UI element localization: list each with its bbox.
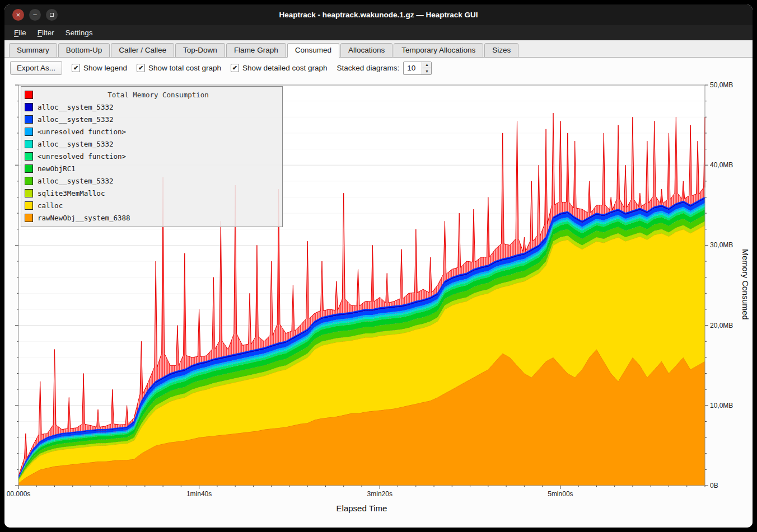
window-title: Heaptrack - heaptrack.wakunode.1.gz — He… (279, 11, 478, 19)
spin-up-icon: ▲ (425, 63, 429, 67)
tab-flame-graph[interactable]: Flame Graph (226, 43, 286, 58)
spinbox-buttons: ▲ ▼ (422, 62, 431, 74)
toolbar-checkboxes: ✔Show legend✔Show total cost graph✔Show … (72, 64, 328, 72)
y-axis-title: Memory Consumed (741, 249, 750, 320)
legend-color-swatch (25, 201, 33, 210)
legend-item-label: alloc__system_5332 (38, 115, 113, 124)
legend-color-swatch (25, 128, 33, 136)
tab-consumed[interactable]: Consumed (287, 43, 339, 58)
tabbar: SummaryBottom-UpCaller / CalleeTop-DownF… (4, 40, 753, 58)
export-as-button[interactable]: Export As... (10, 61, 62, 75)
svg-text:5min00s: 5min00s (548, 490, 573, 498)
close-icon: × (16, 11, 21, 18)
legend-item: <unresolved function> (22, 125, 279, 138)
maximize-icon (50, 13, 54, 17)
x-axis-title: Elapsed Time (337, 503, 387, 513)
tab-caller-callee[interactable]: Caller / Callee (111, 43, 174, 58)
spin-down-button[interactable]: ▼ (422, 68, 431, 74)
tab-summary[interactable]: Summary (9, 43, 57, 58)
legend-title-row: Total Memory Consumption (22, 88, 279, 101)
legend-item-label: rawNewObj__system_6388 (38, 214, 130, 222)
legend-item: alloc__system_5332 (22, 175, 279, 187)
stacked-diagrams-group: Stacked diagrams: 10 ▲ ▼ (337, 62, 432, 75)
legend-title: Total Memory Consumption (38, 91, 279, 99)
legend-item-label: alloc__system_5332 (38, 177, 113, 185)
menu-filter[interactable]: Filter (32, 27, 59, 39)
legend-color-swatch (25, 152, 33, 161)
tab-sizes[interactable]: Sizes (484, 43, 518, 58)
toolbar: Export As... ✔Show legend✔Show total cos… (4, 58, 753, 78)
checkbox-label: Show total cost graph (148, 64, 221, 72)
legend-color-swatch (25, 177, 33, 185)
legend-color-swatch (25, 214, 33, 222)
x-tick-labels: 00.000s1min40s3min20s5min00s (7, 490, 573, 498)
svg-text:3min20s: 3min20s (367, 490, 392, 498)
legend-item: alloc__system_5332 (22, 113, 279, 125)
chart-area: 0B10,0MB20,0MB30,0MB40,0MB50,0MB00.000s1… (4, 78, 753, 528)
menubar: FileFilterSettings (4, 25, 753, 40)
tab-top-down[interactable]: Top-Down (175, 43, 225, 58)
svg-text:50,0MB: 50,0MB (710, 81, 733, 89)
y-tick-labels: 0B10,0MB20,0MB30,0MB40,0MB50,0MB (710, 81, 733, 489)
checkbox-label: Show legend (83, 64, 127, 72)
legend-item: sqlite3MemMalloc (22, 187, 279, 199)
legend-item-label: <unresolved function> (38, 128, 126, 136)
legend-item-label: <unresolved function> (38, 152, 126, 161)
checkbox-check-icon: ✔ (231, 64, 239, 72)
legend-item: <unresolved function> (22, 150, 279, 162)
legend-item-label: sqlite3MemMalloc (38, 189, 105, 197)
chart-legend: Total Memory Consumptionalloc__system_53… (21, 86, 283, 227)
legend-item-label: newObjRC1 (38, 164, 76, 173)
titlebar: ×− Heaptrack - heaptrack.wakunode.1.gz —… (4, 4, 753, 25)
minimize-icon: − (33, 11, 38, 18)
legend-color-swatch (25, 140, 33, 148)
legend-color-swatch (25, 103, 33, 111)
svg-text:0B: 0B (710, 482, 718, 489)
legend-color-swatch (25, 115, 33, 124)
legend-item-label: calloc (38, 201, 63, 210)
stacked-diagrams-label: Stacked diagrams: (337, 64, 400, 72)
menu-file[interactable]: File (9, 27, 31, 39)
svg-text:20,0MB: 20,0MB (710, 322, 733, 329)
checkbox-check-icon: ✔ (72, 64, 80, 72)
legend-item: newObjRC1 (22, 162, 279, 175)
tab-allocations[interactable]: Allocations (340, 43, 392, 58)
tab-temporary-allocations[interactable]: Temporary Allocations (394, 43, 483, 58)
window-controls: ×− (12, 4, 58, 25)
legend-swatch-total (25, 91, 33, 99)
checkbox-label: Show detailed cost graph (242, 64, 328, 72)
legend-color-swatch (25, 189, 33, 197)
close-button[interactable]: × (12, 9, 24, 21)
menu-settings[interactable]: Settings (60, 27, 98, 39)
checkbox-show-total-cost-graph[interactable]: ✔Show total cost graph (137, 64, 221, 72)
svg-text:10,0MB: 10,0MB (710, 402, 733, 409)
legend-item-label: alloc__system_5332 (38, 140, 113, 148)
checkbox-show-legend[interactable]: ✔Show legend (72, 64, 127, 72)
legend-item-label: alloc__system_5332 (38, 103, 113, 111)
legend-color-swatch (25, 164, 33, 173)
spin-down-icon: ▼ (425, 69, 429, 73)
legend-item: alloc__system_5332 (22, 101, 279, 113)
maximize-button[interactable] (46, 9, 58, 21)
spinbox-value[interactable]: 10 (404, 62, 422, 74)
heaptrack-window: ×− Heaptrack - heaptrack.wakunode.1.gz —… (4, 4, 753, 528)
svg-text:1min40s: 1min40s (186, 490, 212, 498)
svg-text:00.000s: 00.000s (7, 490, 31, 498)
checkbox-show-detailed-cost-graph[interactable]: ✔Show detailed cost graph (231, 64, 328, 72)
spin-up-button[interactable]: ▲ (422, 62, 431, 69)
svg-text:30,0MB: 30,0MB (710, 241, 733, 249)
checkbox-check-icon: ✔ (137, 64, 145, 72)
svg-text:40,0MB: 40,0MB (710, 161, 733, 169)
legend-item: rawNewObj__system_6388 (22, 211, 279, 224)
stacked-diagrams-spinbox[interactable]: 10 ▲ ▼ (403, 62, 432, 75)
tab-bottom-up[interactable]: Bottom-Up (58, 43, 110, 58)
legend-item: calloc (22, 199, 279, 211)
minimize-button[interactable]: − (29, 9, 41, 21)
legend-item: alloc__system_5332 (22, 138, 279, 150)
